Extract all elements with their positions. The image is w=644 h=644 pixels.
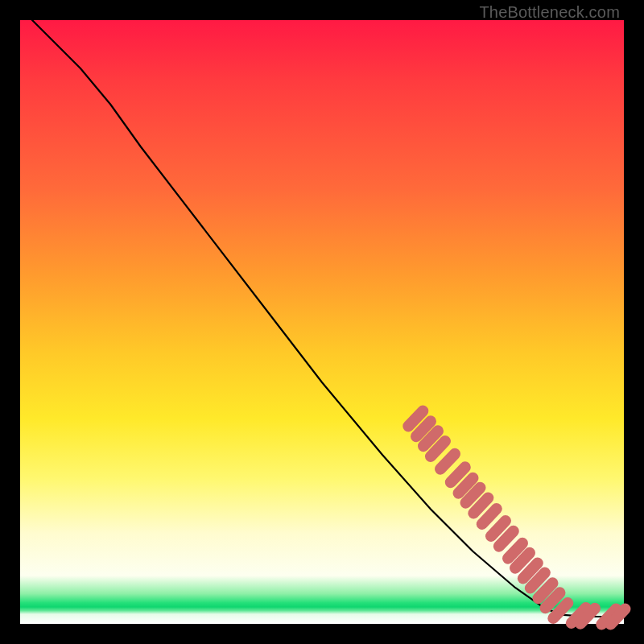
chart-plot-area bbox=[20, 20, 624, 624]
chart-point bbox=[482, 509, 497, 524]
chart-stage: TheBottleneck.com bbox=[0, 0, 644, 644]
chart-overlay bbox=[20, 20, 624, 624]
chart-point bbox=[440, 454, 455, 469]
chart-point bbox=[451, 467, 465, 482]
chart-curve bbox=[32, 20, 612, 617]
watermark-text: TheBottleneck.com bbox=[479, 3, 620, 22]
chart-points bbox=[408, 411, 625, 625]
